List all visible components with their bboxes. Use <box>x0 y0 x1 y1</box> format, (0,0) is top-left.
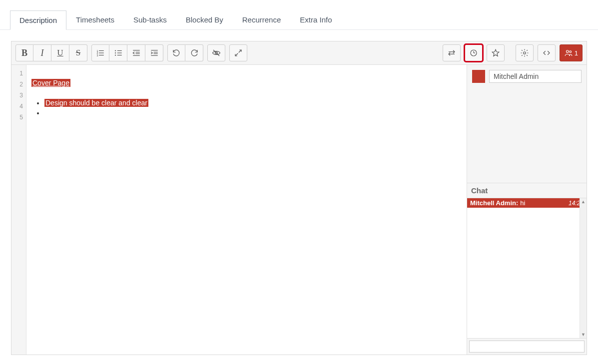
editor-container: B I U S 123 <box>11 41 587 355</box>
svg-line-23 <box>235 53 238 56</box>
user-color-swatch[interactable] <box>472 70 485 83</box>
clear-authorship-button[interactable] <box>207 44 225 61</box>
user-row: Mitchell Admin <box>469 67 585 86</box>
italic-button[interactable]: I <box>33 44 51 61</box>
line-number: 4 <box>11 101 26 112</box>
scroll-down-icon: ▼ <box>580 331 587 338</box>
page: Description Timesheets Sub-tasks Blocked… <box>0 0 598 355</box>
svg-point-8 <box>114 52 115 53</box>
svg-point-30 <box>524 52 526 54</box>
undo-button[interactable] <box>167 44 185 61</box>
chat-input[interactable] <box>469 341 585 353</box>
users-count: 1 <box>575 49 578 57</box>
unordered-list-button[interactable] <box>109 44 127 61</box>
user-name-field[interactable]: Mitchell Admin <box>489 70 582 83</box>
tab-recurrence[interactable]: Recurrence <box>233 10 291 29</box>
tab-timesheets[interactable]: Timesheets <box>66 10 124 29</box>
doc-bullet <box>44 108 462 118</box>
chat-text: hi <box>520 199 525 207</box>
svg-line-22 <box>239 50 241 52</box>
expand-icon <box>234 48 243 57</box>
svg-point-32 <box>570 51 572 53</box>
embed-button[interactable] <box>538 44 556 61</box>
indent-button[interactable] <box>145 44 163 61</box>
users-sidebar: Mitchell Admin Chat Mitchell Admin: hi 1… <box>467 65 587 355</box>
line-number: 2 <box>11 79 26 90</box>
outdent-icon <box>132 48 141 57</box>
tab-blocked-by[interactable]: Blocked By <box>176 10 233 29</box>
chat-message: Mitchell Admin: hi 14:22 <box>467 198 587 208</box>
bold-button[interactable]: B <box>15 44 33 61</box>
chat-author: Mitchell Admin: <box>470 199 518 207</box>
line-number: 5 <box>11 112 26 123</box>
import-export-icon <box>447 48 456 57</box>
gear-icon <box>520 48 529 57</box>
underline-button[interactable]: U <box>51 44 69 61</box>
star-button[interactable] <box>487 44 505 61</box>
redo-button[interactable] <box>185 44 203 61</box>
tab-subtasks[interactable]: Sub-tasks <box>124 10 176 29</box>
ordered-list-button[interactable]: 123 <box>91 44 109 61</box>
indent-icon <box>150 48 159 57</box>
eye-slash-icon <box>212 48 221 57</box>
svg-marker-29 <box>492 49 499 56</box>
unordered-list-icon <box>114 48 123 57</box>
svg-point-6 <box>114 50 115 51</box>
svg-point-10 <box>114 54 115 55</box>
chat-body: Mitchell Admin: hi 14:22 ▲ ▼ <box>467 198 587 338</box>
chat-scrollbar[interactable]: ▲ ▼ <box>580 198 587 338</box>
fullscreen-button[interactable] <box>229 44 247 61</box>
undo-icon <box>172 48 181 57</box>
tabs-bar: Description Timesheets Sub-tasks Blocked… <box>0 0 598 30</box>
timeslider-button[interactable] <box>465 44 483 61</box>
svg-line-21 <box>213 50 219 56</box>
ordered-list-icon: 123 <box>96 48 105 57</box>
tab-extra-info[interactable]: Extra Info <box>290 10 341 29</box>
import-export-button[interactable] <box>443 44 461 61</box>
scroll-up-icon: ▲ <box>580 198 587 205</box>
line-number: 3 <box>11 90 26 101</box>
strikethrough-button[interactable]: S <box>69 44 87 61</box>
users-icon <box>564 48 573 57</box>
svg-point-31 <box>566 50 569 53</box>
doc-bullet: Design should be clear and clear <box>44 98 462 108</box>
line-number: 1 <box>11 68 26 79</box>
redo-icon <box>190 48 199 57</box>
editor-content[interactable]: Cover Page Design should be clear and cl… <box>26 65 467 355</box>
chat-input-wrap <box>467 338 587 355</box>
settings-button[interactable] <box>516 44 534 61</box>
code-icon <box>542 48 551 57</box>
editor-body: 1 2 3 4 5 Cover Page Design should be cl… <box>11 65 587 355</box>
chat-section: Chat Mitchell Admin: hi 14:22 ▲ ▼ <box>467 183 587 355</box>
chat-header: Chat <box>467 183 587 198</box>
clock-icon <box>469 48 478 57</box>
tab-description[interactable]: Description <box>10 10 66 30</box>
doc-heading: Cover Page <box>31 79 70 87</box>
outdent-button[interactable] <box>127 44 145 61</box>
star-icon <box>491 48 500 57</box>
editor-toolbar: B I U S 123 <box>11 41 587 65</box>
svg-text:3: 3 <box>97 54 98 57</box>
line-gutter: 1 2 3 4 5 <box>11 65 26 355</box>
show-users-button[interactable]: 1 <box>560 44 583 61</box>
